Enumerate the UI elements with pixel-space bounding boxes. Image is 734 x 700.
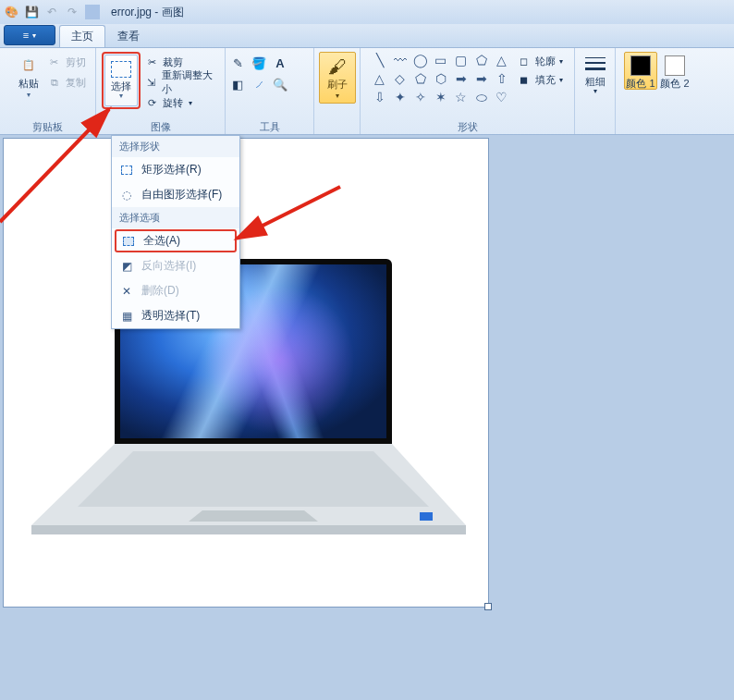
scissors-icon: ✂ <box>47 55 62 69</box>
text-icon[interactable]: A <box>271 54 289 72</box>
title-bar: 🎨 💾 ↶ ↷ error.jpg - 画图 <box>0 0 734 24</box>
copy-button[interactable]: ⧉ 复制 <box>47 74 86 91</box>
copy-icon: ⧉ <box>47 75 62 90</box>
select-dropdown-menu: 选择形状 矩形选择(R) ◌ 自由图形选择(F) 选择选项 全选(A) ◩ 反向… <box>111 135 240 329</box>
menu-item-free-select[interactable]: ◌ 自由图形选择(F) <box>112 182 239 207</box>
shape-triangle-icon: △ <box>493 52 511 68</box>
color2-button[interactable]: 颜色 2 <box>658 52 691 89</box>
resize-icon: ⇲ <box>144 75 158 90</box>
free-select-icon: ◌ <box>119 188 134 203</box>
group-label-tools: 工具 <box>229 119 310 134</box>
group-label-shapes: 形状 <box>364 119 570 134</box>
group-colors: 颜色 1 颜色 2 <box>616 48 699 134</box>
shape-roundrect-icon: ▢ <box>452 52 471 68</box>
annotation-arrow-2 <box>231 185 342 250</box>
highlight-select-button: 选择 ▾ <box>102 52 141 109</box>
svg-marker-2 <box>78 451 429 507</box>
paste-button[interactable]: 📋 粘贴 ▾ <box>10 50 47 99</box>
transparent-icon: ▦ <box>119 309 134 324</box>
shape-oval-icon: ◯ <box>411 52 430 68</box>
menu-item-delete[interactable]: ✕ 删除(D) <box>112 278 239 303</box>
fill-shape-icon: ◼ <box>517 72 532 87</box>
group-stroke: 粗细 ▾ <box>575 48 616 134</box>
brush-button[interactable]: 🖌 刷子 ▾ <box>319 52 356 104</box>
fill-icon[interactable]: 🪣 <box>250 54 268 72</box>
clipboard-icon: 📋 <box>18 54 40 76</box>
crop-icon: ✂ <box>144 55 159 69</box>
picker-icon[interactable]: ⟋ <box>250 75 268 93</box>
rotate-icon: ⟳ <box>144 95 159 110</box>
group-tools: ✎ 🪣 A ◧ ⟋ 🔍 工具 <box>226 48 314 134</box>
menu-item-transparent[interactable]: ▦ 透明选择(T) <box>112 303 239 328</box>
eraser-icon[interactable]: ◧ <box>228 75 247 93</box>
select-button[interactable]: 选择 ▾ <box>104 55 138 106</box>
annotation-arrow-1 <box>0 102 120 222</box>
tab-home[interactable]: 主页 <box>59 25 105 47</box>
shape-outline-button[interactable]: ◻ 轮廓▾ <box>517 54 563 68</box>
chevron-down-icon: ▾ <box>27 91 31 99</box>
select-all-icon <box>121 234 136 249</box>
invert-icon: ◩ <box>119 259 134 274</box>
menu-header-shapes: 选择形状 <box>112 136 239 157</box>
svg-marker-1 <box>31 525 466 534</box>
delete-icon: ✕ <box>119 284 134 299</box>
svg-marker-3 <box>189 510 318 522</box>
shape-curve-icon: 〰 <box>391 52 410 68</box>
app-menu-button[interactable]: ≡ <box>4 25 55 45</box>
group-brush: 🖌 刷子 ▾ <box>314 48 361 134</box>
svg-line-6 <box>237 187 340 239</box>
menu-icon: ≡ <box>23 30 29 41</box>
laptop-base-icon <box>31 442 466 553</box>
chevron-down-icon: ▾ <box>119 92 123 100</box>
brush-icon: 🖌 <box>328 56 347 78</box>
color1-button[interactable]: 颜色 1 <box>624 52 657 90</box>
rotate-button[interactable]: ⟳ 旋转▾ <box>144 94 221 111</box>
menu-item-select-all[interactable]: 全选(A) <box>115 229 237 252</box>
shape-rect-icon: ▭ <box>432 52 450 68</box>
shape-fill-button[interactable]: ◼ 填充▾ <box>517 72 563 87</box>
stroke-width-button[interactable]: 粗细 ▾ <box>579 50 612 95</box>
color1-swatch <box>630 55 651 76</box>
window-title: error.jpg - 画图 <box>111 5 184 20</box>
chevron-down-icon: ▾ <box>336 92 339 100</box>
canvas-image <box>31 259 466 592</box>
stroke-icon <box>585 57 606 70</box>
shape-polygon-icon: ⬠ <box>472 52 491 68</box>
quick-access-toolbar: 🎨 💾 ↶ ↷ <box>4 5 100 19</box>
redo-icon[interactable]: ↷ <box>65 5 80 19</box>
chevron-down-icon: ▾ <box>593 87 597 95</box>
pencil-icon[interactable]: ✎ <box>228 54 247 72</box>
magnifier-icon[interactable]: 🔍 <box>271 75 289 93</box>
menu-header-options: 选择选项 <box>112 207 239 228</box>
rect-select-icon <box>119 163 134 178</box>
shape-gallery[interactable]: ╲〰◯▭▢⬠△ △◇⬠⬡➡➡⇧ ⇩✦✧✶☆⬭♡ <box>369 50 513 105</box>
menu-item-rect-select[interactable]: 矩形选择(R) <box>112 157 239 182</box>
svg-rect-4 <box>420 512 433 521</box>
tab-row: ≡ 主页 查看 <box>0 24 734 48</box>
color2-swatch <box>665 55 685 76</box>
save-icon[interactable]: 💾 <box>24 5 39 19</box>
undo-icon[interactable]: ↶ <box>44 5 59 19</box>
selection-icon <box>111 61 131 78</box>
menu-item-invert[interactable]: ◩ 反向选择(I) <box>112 253 239 278</box>
app-icon: 🎨 <box>4 5 18 19</box>
svg-line-5 <box>0 109 109 222</box>
tool-grid: ✎ 🪣 A ◧ ⟋ 🔍 <box>226 50 312 93</box>
tab-view[interactable]: 查看 <box>105 25 152 47</box>
group-label-brush <box>318 119 356 134</box>
shape-line-icon: ╲ <box>371 52 389 68</box>
cut-button[interactable]: ✂ 剪切 <box>47 54 86 70</box>
qat-separator <box>85 5 100 19</box>
resize-button[interactable]: ⇲ 重新调整大小 <box>144 74 221 91</box>
group-shapes: ╲〰◯▭▢⬠△ △◇⬠⬡➡➡⇧ ⇩✦✧✶☆⬭♡ ◻ 轮廓▾ ◼ 填充▾ 形状 <box>361 48 575 134</box>
outline-icon: ◻ <box>517 54 532 68</box>
